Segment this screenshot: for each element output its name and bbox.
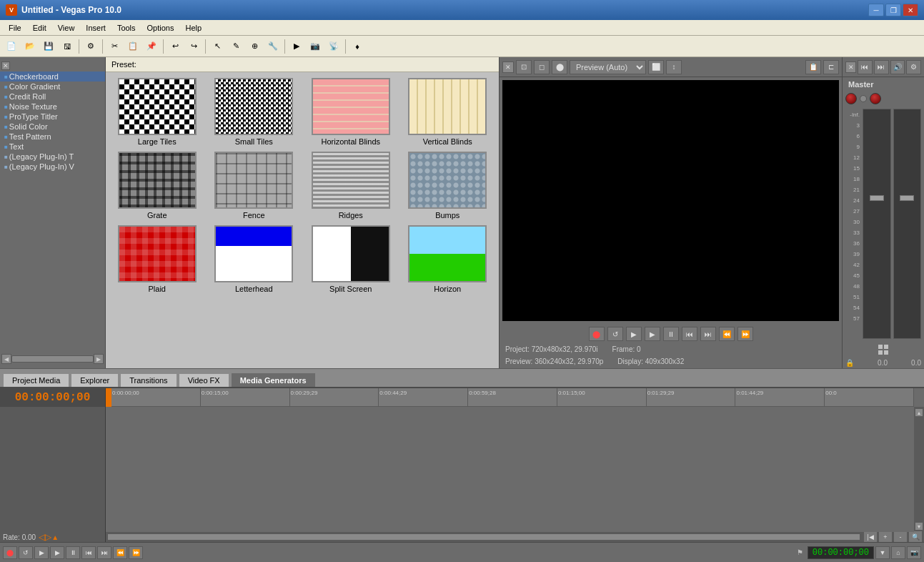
minimize-button[interactable]: ─ [868, 4, 884, 16]
next-event-btn[interactable]: ⏩ [737, 327, 753, 341]
undo-button[interactable]: ↩ [167, 39, 184, 54]
preset-bumps[interactable]: Bumps [402, 152, 494, 220]
preview-close-btn[interactable]: ✕ [502, 61, 514, 73]
properties-button[interactable]: ⚙ [82, 39, 99, 54]
close-button[interactable]: ✕ [903, 4, 918, 16]
tab-project-media[interactable]: Project Media [3, 373, 69, 387]
track-area[interactable] [106, 407, 914, 532]
preset-horizon[interactable]: Horizon [402, 225, 494, 293]
edit-button[interactable]: ✎ [227, 39, 244, 54]
preset-split-screen[interactable]: Split Screen [305, 225, 397, 293]
master-close-btn[interactable]: ✕ [845, 61, 856, 73]
copy-button[interactable]: 📋 [124, 39, 141, 54]
tool2-button[interactable]: 🔧 [264, 39, 282, 54]
snap-btn[interactable]: 📷 [907, 546, 921, 559]
tl-play-btn[interactable]: ▶ [34, 546, 49, 559]
stream-button[interactable]: 📡 [325, 39, 342, 54]
tl-rew-btn[interactable]: ⏩ [129, 546, 143, 559]
plugin-credit-roll[interactable]: ■ Credit Roll [0, 92, 105, 102]
tab-media-generators[interactable]: Media Generators [231, 373, 316, 387]
play-btn[interactable]: ▶ [626, 327, 642, 341]
menu-edit[interactable]: Edit [27, 22, 52, 34]
scroll-track[interactable] [11, 355, 94, 363]
capture-button[interactable]: 📷 [307, 39, 324, 54]
tab-video-fx[interactable]: Video FX [179, 373, 229, 387]
preset-vertical-blinds[interactable]: Vertical Blinds [402, 78, 494, 146]
scroll-left-btn[interactable]: ◀ [1, 354, 11, 364]
preview-mode-select[interactable]: Preview (Auto) Preview (Good) Preview (B… [570, 60, 646, 74]
plugin-text[interactable]: ■ Text [0, 142, 105, 152]
prev-event-btn[interactable]: ⏪ [719, 327, 735, 341]
plugin-noise-texture[interactable]: ■ Noise Texture [0, 102, 105, 112]
tl-ff-btn[interactable]: ⏪ [113, 546, 127, 559]
preset-ridges[interactable]: Ridges [305, 152, 397, 220]
fader-thumb-right[interactable] [900, 195, 914, 201]
menu-file[interactable]: File [3, 22, 27, 34]
tl-prev-btn[interactable]: ⏮ [81, 546, 96, 559]
redo-button[interactable]: ↪ [185, 39, 202, 54]
plugin-legacy-2[interactable]: ■ (Legacy Plug-In) V [0, 162, 105, 172]
preset-grid-container[interactable]: Large Tiles Small Tiles Horizontal Blind… [106, 72, 499, 368]
menu-view[interactable]: View [52, 22, 81, 34]
preview-split-btn[interactable]: ⊏ [823, 60, 839, 74]
preview-copy-btn[interactable]: 📋 [805, 60, 821, 74]
restore-button[interactable]: ❐ [885, 4, 901, 16]
timeline-ruler[interactable]: 0:00:00;00 0:00:15;00 0:00:29;29 0:00:44… [111, 388, 914, 407]
plugin-protype-titler[interactable]: ■ ProType Titler [0, 112, 105, 122]
tl-play-sel-btn[interactable]: ▶ [50, 546, 64, 559]
preview-ext-btn[interactable]: ⊡ [516, 60, 532, 74]
zoom-button[interactable]: ⊕ [246, 39, 263, 54]
tl-pause-btn[interactable]: ⏸ [66, 546, 80, 559]
tab-explorer[interactable]: Explorer [71, 373, 119, 387]
record-btn[interactable]: ⬤ [589, 327, 605, 341]
timecode-display[interactable]: 00:00:00;00 [808, 546, 874, 559]
pause-btn[interactable]: ⏸ [663, 327, 679, 341]
fader-left[interactable] [863, 109, 891, 339]
timeline-scrollbar-v[interactable]: ▲ ▼ [914, 407, 924, 532]
tl-record-btn[interactable]: ⬤ [3, 546, 17, 559]
marker-button[interactable]: ♦ [349, 39, 366, 54]
master-next-btn[interactable]: ⏭ [874, 60, 889, 74]
preset-small-tiles[interactable]: Small Tiles [209, 78, 300, 146]
save-button[interactable]: 💾 [40, 39, 57, 54]
preview-mode-btn[interactable]: ◻ [534, 60, 550, 74]
panel-close-btn[interactable]: ✕ [1, 61, 10, 70]
window-controls[interactable]: ─ ❐ ✕ [868, 4, 918, 16]
timecode-arrow-btn[interactable]: ▼ [875, 546, 890, 559]
master-extra-btn[interactable]: ⚙ [906, 60, 921, 74]
next-frame-btn[interactable]: ⏭ [700, 327, 716, 341]
plugin-color-gradient[interactable]: ■ Color Gradient [0, 82, 105, 92]
preview-snap-btn[interactable]: ↕ [666, 60, 682, 74]
master-prev-btn[interactable]: ⏮ [858, 60, 873, 74]
paste-button[interactable]: 📌 [143, 39, 160, 54]
menu-help[interactable]: Help [179, 22, 207, 34]
play-loop-btn[interactable]: ▶ [645, 327, 660, 341]
master-vol-btn[interactable]: 🔊 [890, 60, 905, 74]
preset-large-tiles[interactable]: Large Tiles [111, 78, 203, 146]
master-knob-left[interactable] [845, 93, 857, 104]
scroll-up-btn[interactable]: ▲ [915, 408, 923, 417]
scroll-down-btn[interactable]: ▼ [915, 522, 923, 531]
fader-right[interactable] [893, 109, 922, 339]
tab-transitions[interactable]: Transitions [120, 373, 177, 387]
cut-button[interactable]: ✂ [106, 39, 123, 54]
master-knob-right[interactable] [870, 93, 881, 104]
tl-stop-btn[interactable]: ↺ [19, 546, 33, 559]
plugin-legacy-1[interactable]: ■ (Legacy Plug-In) T [0, 152, 105, 162]
menu-options[interactable]: Options [141, 22, 180, 34]
preview-color-btn[interactable]: ⬤ [552, 60, 567, 74]
preset-fence[interactable]: Fence [209, 152, 300, 220]
preset-horizontal-blinds[interactable]: Horizontal Blinds [305, 78, 397, 146]
h-scroll-track[interactable] [107, 533, 860, 541]
prev-frame-btn[interactable]: ⏮ [682, 327, 697, 341]
preview-fit-btn[interactable]: ⬜ [648, 60, 664, 74]
menu-insert[interactable]: Insert [80, 22, 111, 34]
plugin-solid-color[interactable]: ■ Solid Color [0, 122, 105, 132]
new-button[interactable]: 📄 [3, 39, 20, 54]
timeline-playhead[interactable] [106, 388, 111, 407]
scroll-right-btn[interactable]: ▶ [94, 354, 104, 364]
loop-btn[interactable]: ⌂ [891, 546, 905, 559]
plugin-test-pattern[interactable]: ■ Test Pattern [0, 132, 105, 142]
preset-grate[interactable]: Grate [111, 152, 203, 220]
fader-thumb-left[interactable] [870, 195, 884, 201]
